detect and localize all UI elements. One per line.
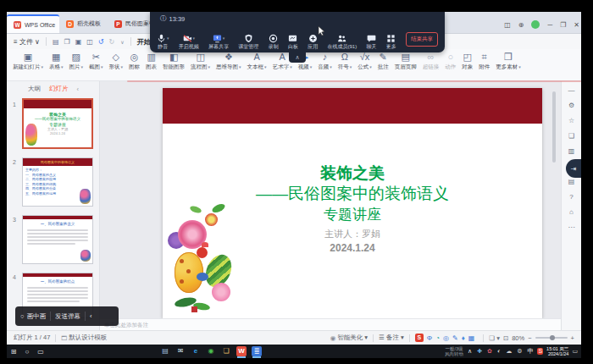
tray-icon[interactable]: ⚙ bbox=[516, 348, 523, 355]
status-tool-icon[interactable]: ▦ bbox=[468, 334, 475, 342]
status-tool-icon[interactable]: ✎ bbox=[452, 334, 458, 342]
meeting-bar-collapse[interactable]: ∧ bbox=[289, 52, 306, 63]
qat-icon[interactable]: ↻ bbox=[109, 38, 115, 46]
restore-button[interactable]: ❐ bbox=[560, 21, 566, 29]
search-button[interactable]: ○ bbox=[20, 348, 34, 356]
qat-icon[interactable]: ↺ bbox=[98, 38, 104, 46]
sidebar-tool-icon[interactable]: ? bbox=[569, 193, 573, 201]
slideshow-icon[interactable]: ⊡ bbox=[503, 334, 508, 342]
weather-widget[interactable]: 一般/3级 风向转动 bbox=[445, 346, 463, 356]
globe-icon[interactable]: ⊕ bbox=[518, 21, 524, 29]
widget-collapse-icon[interactable]: ‹ bbox=[90, 312, 92, 320]
tray-icon[interactable]: S bbox=[537, 348, 543, 355]
sidebar-tool-icon[interactable]: ⌂ bbox=[569, 208, 574, 216]
taskbar-app-icon[interactable]: ✉ bbox=[175, 346, 186, 356]
record-button[interactable]: 录制 bbox=[269, 33, 279, 50]
screen-share-button[interactable]: ▾ 屏幕共享 bbox=[208, 33, 229, 50]
qat-icon[interactable]: ▣ bbox=[75, 38, 82, 46]
tray-icon[interactable]: ☁ bbox=[505, 348, 513, 355]
tab-slides[interactable]: 幻灯片 bbox=[49, 85, 69, 93]
more-button[interactable]: 更多 bbox=[386, 33, 396, 50]
notes-pane[interactable]: 单击此处添加备注 bbox=[100, 318, 561, 330]
ribbon-item[interactable]: ✂ 截图▾ bbox=[86, 51, 106, 80]
ribbon-item[interactable]: ◧ 智能图形▾ bbox=[160, 51, 187, 80]
info-icon[interactable]: ⓘ bbox=[160, 14, 167, 23]
tray-icon[interactable]: ✿ bbox=[486, 348, 493, 355]
avatar[interactable] bbox=[531, 20, 540, 29]
taskbar-app-icon[interactable]: W bbox=[236, 346, 247, 356]
slide-subtitle[interactable]: ——民俗图案中的装饰语义 bbox=[163, 183, 542, 205]
slide-title[interactable]: 装饰之美 bbox=[163, 163, 542, 185]
ribbon-item[interactable]: ◰ 对象▾ bbox=[459, 51, 475, 80]
sidebar-tool-icon[interactable]: ❏ bbox=[568, 132, 574, 140]
sidebar-tool-icon[interactable]: ▤ bbox=[568, 178, 575, 185]
ribbon-item[interactable]: ∞ 超链接▾ bbox=[420, 51, 442, 80]
qat-icon[interactable]: ◫ bbox=[86, 38, 93, 46]
taskbar-app-icon[interactable]: ▤ bbox=[160, 346, 170, 356]
ribbon-item[interactable]: ♪ 音频▾ bbox=[315, 51, 335, 80]
chat-button[interactable]: 聊天 bbox=[366, 33, 376, 50]
members-button[interactable]: 在线成员(91) bbox=[327, 33, 357, 50]
status-tool-icon[interactable]: Φ bbox=[427, 334, 432, 342]
pip-button[interactable]: 画中画 bbox=[27, 312, 47, 321]
tab-wps-office[interactable]: W WPS Office bbox=[7, 14, 59, 33]
tray-icon[interactable]: 中 bbox=[526, 348, 534, 355]
ribbon-item[interactable]: ❒ 更多素材▾ bbox=[493, 51, 524, 80]
ribbon-item[interactable]: ▣ 新建幻灯片▾ bbox=[10, 51, 46, 80]
sidebar-tool-icon[interactable]: ☆ bbox=[568, 117, 574, 124]
ribbon-item[interactable]: ✎ 批注▾ bbox=[375, 51, 391, 80]
ribbon-item[interactable]: ◫ 流程图▾ bbox=[188, 51, 213, 80]
mute-button[interactable]: ▾ 静音 bbox=[157, 33, 169, 50]
ribbon-item[interactable]: ▤ 页眉页脚▾ bbox=[392, 51, 419, 80]
canvas-scrollbar[interactable] bbox=[552, 91, 556, 163]
class-manage-button[interactable]: 课堂管理 bbox=[238, 33, 258, 50]
tab-outline[interactable]: 大纲 bbox=[28, 85, 41, 93]
minimize-button[interactable]: ─ bbox=[547, 21, 552, 29]
s-plugin-badge[interactable]: S bbox=[415, 334, 424, 342]
layout-split-icon[interactable]: ◫ bbox=[504, 21, 511, 29]
notification-center-icon[interactable]: ▭ bbox=[572, 348, 578, 355]
zoom-slider[interactable] bbox=[535, 337, 568, 339]
ribbon-tab-home[interactable]: 开始 bbox=[137, 37, 151, 47]
panel-collapse-icon[interactable]: ‹ bbox=[77, 85, 80, 93]
qat-icon[interactable]: ❐ bbox=[64, 38, 70, 46]
ribbon-item[interactable]: ▨ 图片▾ bbox=[67, 51, 86, 80]
status-tool-icon[interactable]: ♦ bbox=[462, 334, 465, 342]
file-menu[interactable]: ≡ 文件 ∨ bbox=[14, 37, 40, 47]
ribbon-item[interactable]: ⌗ 附件▾ bbox=[476, 51, 492, 80]
danmaku-button[interactable]: 发送弹幕 bbox=[55, 312, 80, 321]
qat-icon[interactable]: ▤ bbox=[53, 38, 59, 46]
sidebar-tool-icon[interactable]: ⋯ bbox=[568, 223, 575, 231]
zoom-in-button[interactable]: + bbox=[571, 334, 574, 342]
ribbon-item[interactable]: ◇ 形状▾ bbox=[107, 51, 126, 80]
slide-thumb-2[interactable]: 民俗图案中的装饰语义 主要内容：一、民俗图案的含义二、民俗图案的应用三、民俗图案… bbox=[22, 157, 93, 207]
whiteboard-button[interactable]: 白板 bbox=[288, 33, 298, 50]
start-video-button[interactable]: ▾ 开启视频 bbox=[179, 33, 199, 50]
tray-icon[interactable]: ◐ bbox=[496, 348, 502, 355]
ribbon-item[interactable]: ◎ 图标▾ bbox=[126, 51, 142, 80]
taskbar-app-icon[interactable]: e bbox=[191, 346, 201, 356]
ribbon-item[interactable]: Ω 符号▾ bbox=[335, 51, 355, 80]
end-share-button[interactable]: 结束共享 bbox=[406, 32, 438, 47]
ribbon-item[interactable]: ▥ 图表▾ bbox=[143, 51, 159, 80]
tray-icon[interactable]: ∧ bbox=[467, 348, 473, 355]
taskbar-clock[interactable]: 15:01 周三 2024/1/24 bbox=[546, 346, 568, 356]
status-tool-icon[interactable]: ◎ bbox=[443, 334, 449, 342]
ribbon-item[interactable]: √x 公式▾ bbox=[355, 51, 374, 80]
ribbon-item[interactable]: ○ 动作▾ bbox=[442, 51, 458, 80]
taskbar-app-icon[interactable]: ❏ bbox=[221, 346, 231, 356]
slide-thumb-3[interactable]: 一、民俗图案的含义 bbox=[22, 215, 93, 264]
panel-expand-handle[interactable]: ⇥ bbox=[566, 159, 581, 178]
sidebar-tool-icon[interactable]: ⚙ bbox=[568, 102, 574, 109]
notes-toggle-button[interactable]: ☰ 备注 ▾ bbox=[379, 334, 404, 342]
close-button[interactable]: ✕ bbox=[574, 21, 579, 29]
ribbon-item[interactable]: A 文本框▾ bbox=[245, 51, 269, 80]
sidebar-tool-icon[interactable]: ▥ bbox=[568, 147, 575, 155]
smart-beautify-button[interactable]: 智能美化 ▾ bbox=[337, 334, 368, 342]
design-template-button[interactable]: 默认设计模板 bbox=[69, 334, 107, 342]
tray-icon[interactable]: ✚ bbox=[476, 348, 483, 355]
apps-button[interactable]: 应用 bbox=[308, 33, 318, 50]
slide-editor[interactable]: 装饰之美 ——民俗图案中的装饰语义 专题讲座 主讲人：罗娟 2024.1.24 bbox=[163, 88, 542, 318]
ribbon-item[interactable]: ❖ 思维导图▾ bbox=[213, 51, 244, 80]
slide-thumb-1[interactable]: 装饰之美 ——民俗图案中的装饰语义 专题讲座 主讲人：罗娟 2024.1.24 bbox=[22, 98, 93, 149]
